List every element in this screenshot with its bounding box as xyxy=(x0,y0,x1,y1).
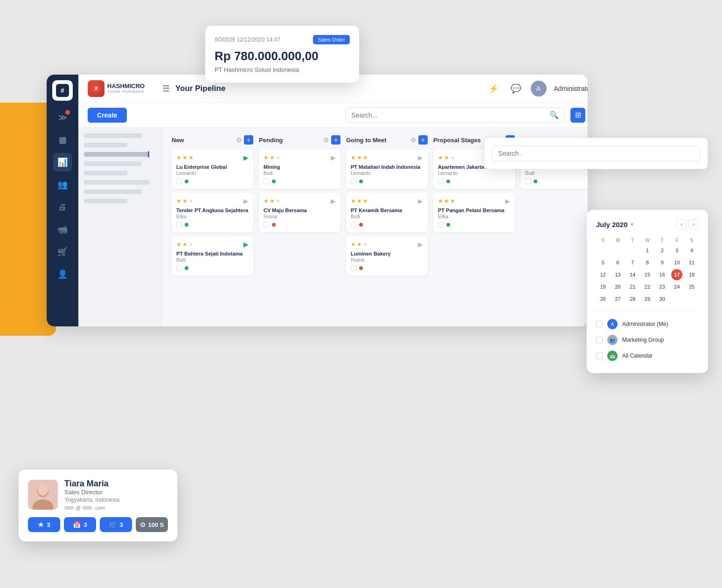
kanban-card[interactable]: ★★★ ▶ PT Matahari Indah Indonesia Leonar… xyxy=(346,149,428,189)
status-checkbox[interactable] xyxy=(264,222,269,228)
calendar-day[interactable]: 18 xyxy=(686,269,697,280)
user-avatar[interactable]: A xyxy=(531,81,547,97)
sidebar-item-video[interactable]: 📹 xyxy=(53,220,72,239)
calendar-day[interactable]: 11 xyxy=(686,257,697,268)
column-add-button[interactable]: + xyxy=(418,135,428,145)
calendar-day[interactable]: 13 xyxy=(612,269,624,280)
calendar-day[interactable]: 19 xyxy=(597,281,609,292)
list-view-button[interactable]: ☰ xyxy=(587,108,588,123)
kanban-card[interactable]: ★★★ ▶ Mining Budi xyxy=(259,149,340,189)
sidebar-item-nav1[interactable]: ≫ xyxy=(53,108,72,127)
status-checkbox[interactable] xyxy=(525,179,531,184)
calendar-day[interactable]: 1 xyxy=(642,245,653,256)
kanban-card[interactable]: ★★★ ▶ Luminen Bakery Husna xyxy=(346,236,428,276)
status-checkbox[interactable] xyxy=(264,179,269,184)
grid-view-button[interactable]: ⊞ xyxy=(570,108,585,123)
card-person: Husna xyxy=(351,257,423,263)
calendar-day[interactable]: 4 xyxy=(686,245,697,256)
column-add-button[interactable]: + xyxy=(244,135,253,145)
kanban-card[interactable]: ★★★ ▶ PT Bahtera Sejati Indotama Budi xyxy=(172,236,253,276)
calendar-day[interactable]: 21 xyxy=(627,281,638,292)
calendar-day[interactable]: 25 xyxy=(686,281,697,292)
column-gear-icon[interactable]: ⚙ xyxy=(323,136,329,144)
status-checkbox[interactable] xyxy=(351,265,356,271)
chat-icon[interactable]: 💬 xyxy=(508,81,523,96)
sidebar-item-nav2[interactable]: ▦ xyxy=(53,131,72,149)
calendar-day[interactable]: 30 xyxy=(657,293,668,304)
calendar-day[interactable]: 20 xyxy=(612,281,624,292)
stat-stars[interactable]: ★ 3 xyxy=(28,517,60,532)
kanban-card[interactable]: ★★★ ▶ PT Pangan Petani Bersama Elika xyxy=(433,193,515,232)
calendar-day[interactable]: 6 xyxy=(612,257,624,268)
calendar-day[interactable]: 16 xyxy=(657,269,668,280)
card-stars-row: ★★★ ▶ xyxy=(176,197,249,205)
kanban-card[interactable]: ★★★ ▶ Tender PT Angkasa Sejahtera Elika xyxy=(172,193,253,232)
calendar-day[interactable]: 27 xyxy=(612,293,624,304)
column-add-button[interactable]: + xyxy=(331,135,340,145)
kanban-card[interactable]: ★★★ ▶ PT Keramik Bersama Budi xyxy=(346,193,428,232)
stat-cart[interactable]: 🛒 3 xyxy=(100,517,132,532)
calendar-day[interactable]: 17 xyxy=(671,269,682,280)
calendar-day[interactable]: 10 xyxy=(671,257,682,268)
calendar-day[interactable]: 3 xyxy=(671,245,682,256)
status-checkbox[interactable] xyxy=(176,265,182,271)
svg-point-5 xyxy=(38,484,48,496)
menu-icon[interactable]: ☰ xyxy=(162,83,170,94)
calendar-next-button[interactable]: › xyxy=(688,219,699,229)
card-name: Tender PT Angkasa Sejahtera xyxy=(176,208,249,213)
status-checkbox[interactable] xyxy=(438,222,444,228)
stat-score[interactable]: ⊙ 100 S xyxy=(136,517,168,532)
status-checkbox[interactable] xyxy=(351,179,356,184)
calendar-day[interactable]: 8 xyxy=(642,257,653,268)
calendar-option[interactable]: A Administrator (Me) xyxy=(596,316,699,332)
calendar-day[interactable]: 24 xyxy=(671,281,682,292)
column-gear-icon[interactable]: ⚙ xyxy=(236,136,242,144)
nav-item-3[interactable] xyxy=(84,152,149,157)
search-dropdown-input[interactable] xyxy=(492,145,700,161)
sidebar-item-dashboard[interactable]: 📊 xyxy=(53,153,72,172)
status-checkbox[interactable] xyxy=(176,222,182,228)
calendar-prev-button[interactable]: ‹ xyxy=(676,219,687,229)
stat-calendar[interactable]: 📅 3 xyxy=(64,517,96,532)
kanban-card[interactable]: ★★★ ▶ CV Maju Bersama Husna xyxy=(259,193,340,232)
page-title: Your Pipeline xyxy=(175,84,486,93)
user-name[interactable]: Administrator xyxy=(554,85,588,92)
calendar-dropdown-icon[interactable]: ▾ xyxy=(631,221,633,228)
sidebar-item-contacts[interactable]: 👥 xyxy=(53,175,72,194)
calendar-day[interactable]: 23 xyxy=(657,281,668,292)
column-gear-icon[interactable]: ⚙ xyxy=(410,136,417,144)
calendar-day[interactable]: 14 xyxy=(627,269,638,280)
calendar-option-checkbox[interactable] xyxy=(596,337,603,343)
calendar-day[interactable]: 5 xyxy=(597,257,609,268)
toolbar: Create 🔍 ⊞ ☰ xyxy=(78,103,588,128)
calendar-day[interactable]: 29 xyxy=(642,293,653,304)
calendar-option[interactable]: 👥 Marketing Group xyxy=(596,332,699,348)
calendar-day[interactable]: 15 xyxy=(642,269,653,280)
search-input[interactable] xyxy=(351,111,549,119)
calendar-day[interactable]: 9 xyxy=(657,257,668,268)
kanban-card[interactable]: ★★★ ▶ Lu Enterprise Global Leonardo xyxy=(172,149,253,189)
calendar-day[interactable]: 12 xyxy=(597,269,609,280)
column-title: Pending xyxy=(259,137,283,144)
status-checkbox[interactable] xyxy=(438,179,444,184)
calendar-day[interactable]: 2 xyxy=(657,245,668,256)
calendar-day[interactable]: 28 xyxy=(627,293,638,304)
create-button[interactable]: Create xyxy=(88,108,127,123)
sidebar-item-user[interactable]: 👤 xyxy=(53,265,72,284)
calendar-option-checkbox[interactable] xyxy=(596,321,603,327)
status-checkbox[interactable] xyxy=(176,179,182,184)
calendar-day[interactable]: 26 xyxy=(597,293,609,304)
card-name: Luminen Bakery xyxy=(351,251,423,256)
nav-item-2 xyxy=(84,143,127,147)
lightning-icon[interactable]: ⚡ xyxy=(486,81,501,96)
calendar-option-checkbox[interactable] xyxy=(596,353,603,359)
sidebar-item-print[interactable]: 🖨 xyxy=(53,198,72,216)
calendar-day[interactable]: 22 xyxy=(642,281,653,292)
calendar-option[interactable]: 📅 All Calendar xyxy=(596,348,699,364)
calendar-month: July 2020 ▾ xyxy=(596,221,633,228)
sidebar-item-shop[interactable]: 🛒 xyxy=(53,242,72,261)
status-dot xyxy=(359,223,363,227)
status-checkbox[interactable] xyxy=(351,222,356,228)
status-dot xyxy=(359,180,363,183)
calendar-day[interactable]: 7 xyxy=(627,257,638,268)
